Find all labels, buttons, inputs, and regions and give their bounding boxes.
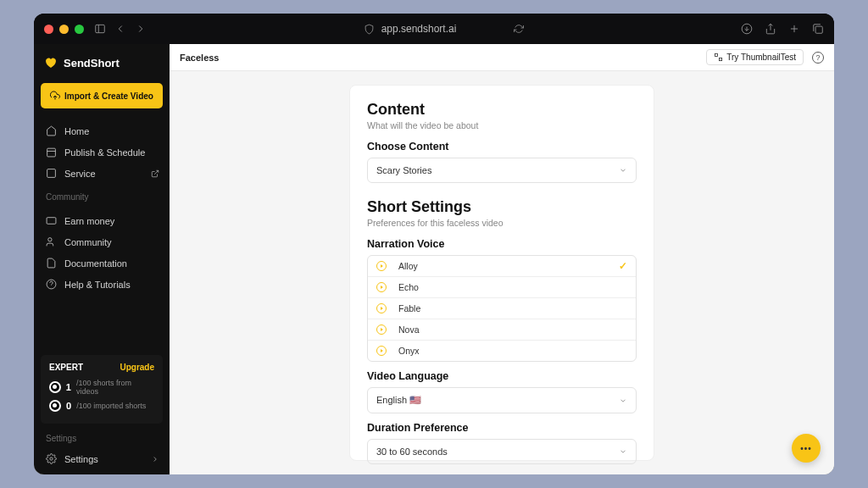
users-icon bbox=[46, 236, 57, 247]
import-create-label: Import & Create Video bbox=[64, 92, 153, 101]
voice-option[interactable]: Echo bbox=[368, 277, 636, 298]
help-icon[interactable]: ? bbox=[812, 52, 824, 64]
play-icon[interactable] bbox=[376, 282, 387, 292]
gear-icon bbox=[46, 453, 57, 464]
sidebar-item-docs[interactable]: Documentation bbox=[34, 252, 170, 274]
voice-name: Alloy bbox=[398, 261, 418, 271]
window-controls[interactable] bbox=[44, 25, 84, 34]
home-icon bbox=[46, 125, 57, 136]
svg-rect-7 bbox=[815, 26, 822, 33]
minimize-window-icon[interactable] bbox=[59, 25, 69, 34]
choose-content-select[interactable]: Scary Stories bbox=[367, 158, 637, 183]
quota-ring-icon bbox=[49, 381, 61, 393]
select-value: 30 to 60 seconds bbox=[376, 446, 448, 457]
titlebar: app.sendshort.ai bbox=[34, 14, 834, 44]
sidebar-item-help[interactable]: Help & Tutorials bbox=[34, 274, 170, 295]
sidebar-item-settings[interactable]: Settings bbox=[34, 448, 170, 469]
quota-label: /100 shorts from videos bbox=[76, 379, 154, 396]
quota-shorts: 1 /100 shorts from videos bbox=[49, 379, 154, 396]
chevron-down-icon bbox=[619, 447, 627, 456]
voice-name: Echo bbox=[398, 282, 419, 292]
brand-name: SendShort bbox=[64, 57, 120, 69]
content-scroll: Content What will the video be about Cho… bbox=[170, 71, 834, 474]
voice-name: Nova bbox=[398, 324, 420, 335]
download-icon[interactable] bbox=[741, 23, 753, 35]
duration-select[interactable]: 30 to 60 seconds bbox=[367, 439, 637, 464]
sidebar-item-publish[interactable]: Publish & Schedule bbox=[34, 141, 170, 163]
quota-number: 1 bbox=[66, 382, 71, 392]
community-header: Community bbox=[34, 187, 170, 207]
sidebar-item-label: Documentation bbox=[64, 258, 127, 269]
voice-name: Fable bbox=[398, 303, 420, 313]
play-icon[interactable] bbox=[376, 346, 387, 356]
svg-rect-0 bbox=[96, 25, 105, 32]
quota-number: 0 bbox=[66, 401, 71, 411]
sidebar-item-label: Home bbox=[64, 126, 89, 136]
try-thumbnailtest-button[interactable]: Try ThumbnailTest bbox=[706, 49, 804, 65]
browser-window: app.sendshort.ai SendShort Import & Crea… bbox=[34, 14, 834, 474]
quota-ring-icon bbox=[49, 400, 61, 412]
share-icon[interactable] bbox=[765, 23, 776, 35]
tabs-icon[interactable] bbox=[812, 23, 824, 35]
play-icon[interactable] bbox=[376, 261, 387, 271]
language-select[interactable]: English 🇺🇸 bbox=[367, 387, 637, 413]
voice-label: Narration Voice bbox=[367, 238, 637, 250]
chevron-right-icon bbox=[151, 455, 159, 463]
plan-box: EXPERT Upgrade 1 /100 shorts from videos… bbox=[41, 355, 163, 424]
quota-label: /100 imported shorts bbox=[76, 402, 146, 410]
sidebar-item-home[interactable]: Home bbox=[34, 120, 170, 141]
play-icon[interactable] bbox=[376, 303, 387, 313]
duration-label: Duration Preference bbox=[367, 422, 637, 434]
voice-option[interactable]: Nova bbox=[368, 319, 636, 341]
upgrade-link[interactable]: Upgrade bbox=[120, 363, 154, 372]
sidebar-item-label: Settings bbox=[64, 454, 98, 464]
refresh-icon[interactable] bbox=[514, 24, 524, 34]
package-icon bbox=[46, 168, 57, 179]
logo[interactable]: SendShort bbox=[34, 44, 170, 78]
forward-icon[interactable] bbox=[135, 23, 147, 35]
page-header: Faceless Try ThumbnailTest ? bbox=[170, 44, 834, 71]
svg-line-11 bbox=[154, 170, 159, 175]
svg-rect-10 bbox=[47, 169, 56, 178]
breadcrumb: Faceless bbox=[180, 53, 219, 63]
settings-sub: Preferences for this faceless video bbox=[367, 218, 637, 228]
chat-widget[interactable]: ••• bbox=[792, 434, 821, 463]
sidebar-item-community[interactable]: Community bbox=[34, 231, 170, 252]
voice-option[interactable]: Onyx bbox=[368, 341, 636, 361]
sidebar-toggle-icon[interactable] bbox=[94, 23, 106, 35]
select-value: English 🇺🇸 bbox=[376, 395, 421, 406]
shield-icon[interactable] bbox=[364, 24, 375, 35]
chevron-down-icon bbox=[619, 396, 627, 405]
choose-content-label: Choose Content bbox=[367, 141, 637, 152]
card-icon bbox=[46, 215, 57, 226]
file-icon bbox=[46, 258, 57, 269]
voice-option[interactable]: Alloy✓ bbox=[368, 256, 636, 277]
main-area: Faceless Try ThumbnailTest ? Content Wha… bbox=[170, 44, 834, 474]
chevron-down-icon bbox=[619, 166, 627, 175]
chat-icon: ••• bbox=[800, 444, 812, 453]
sidebar-item-earn[interactable]: Earn money bbox=[34, 210, 170, 231]
sidebar-item-label: Earn money bbox=[64, 216, 114, 226]
voice-list: Alloy✓ Echo Fable Nova Onyx bbox=[367, 255, 637, 362]
quota-imported: 0 /100 imported shorts bbox=[49, 400, 154, 412]
maximize-window-icon[interactable] bbox=[75, 25, 84, 34]
url-text[interactable]: app.sendshort.ai bbox=[381, 23, 457, 35]
import-create-button[interactable]: Import & Create Video bbox=[41, 83, 163, 108]
play-icon[interactable] bbox=[376, 324, 387, 335]
voice-option[interactable]: Fable bbox=[368, 298, 636, 319]
sidebar-item-label: Help & Tutorials bbox=[64, 280, 131, 290]
sidebar-item-label: Publish & Schedule bbox=[64, 147, 145, 158]
new-tab-icon[interactable] bbox=[788, 23, 800, 35]
settings-header: Settings bbox=[34, 429, 170, 448]
cloud-upload-icon bbox=[50, 91, 60, 101]
sparkle-icon bbox=[714, 53, 723, 62]
try-label: Try ThumbnailTest bbox=[726, 53, 796, 62]
svg-rect-12 bbox=[47, 218, 56, 225]
back-icon[interactable] bbox=[114, 23, 126, 35]
svg-rect-17 bbox=[720, 58, 722, 60]
external-link-icon bbox=[151, 169, 159, 178]
sidebar-item-service[interactable]: Service bbox=[34, 163, 170, 184]
select-value: Scary Stories bbox=[376, 165, 431, 175]
language-label: Video Language bbox=[367, 370, 637, 382]
close-window-icon[interactable] bbox=[44, 25, 53, 34]
